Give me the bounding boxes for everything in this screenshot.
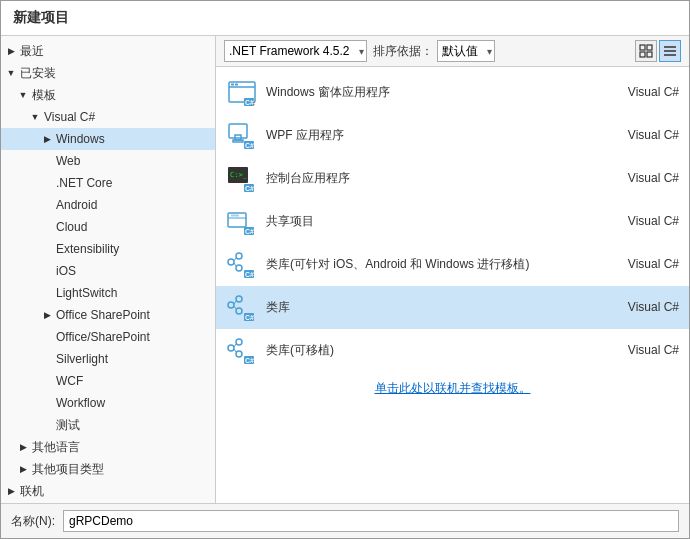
svg-text:C#: C# xyxy=(245,271,254,278)
dialog-title: 新建项目 xyxy=(1,1,689,36)
tree-item-online[interactable]: 联机 xyxy=(1,480,215,502)
tree-item-office-sharepoint2[interactable]: Office/SharePoint xyxy=(1,326,215,348)
right-panel: .NET Framework 4.5.2 .NET Framework 4.6 … xyxy=(216,36,689,503)
svg-text:C#: C# xyxy=(245,185,254,192)
template-lang-console-app: Visual C# xyxy=(599,171,679,185)
tree-item-net-core[interactable]: .NET Core xyxy=(1,172,215,194)
tree-label-templates: 模板 xyxy=(32,86,56,104)
tree-item-cloud[interactable]: Cloud xyxy=(1,216,215,238)
svg-text:C#: C# xyxy=(245,99,254,106)
template-item-windows-app[interactable]: C# C# Windows 窗体应用程序Visual C# xyxy=(216,71,689,114)
tree-arrow-visual-csharp xyxy=(29,111,41,123)
svg-text:C#: C# xyxy=(245,314,254,321)
project-name-input[interactable] xyxy=(63,510,679,532)
tree-label-other-languages: 其他语言 xyxy=(32,438,80,456)
new-project-dialog: 新建项目 最近已安装模板Visual C#WindowsWeb.NET Core… xyxy=(0,0,690,539)
svg-rect-10 xyxy=(235,84,238,86)
tree-label-visual-csharp: Visual C# xyxy=(44,108,95,126)
tree-label-other-types: 其他项目类型 xyxy=(32,460,104,478)
tree-label-wcf: WCF xyxy=(56,372,83,390)
tree-label-lightswitch: LightSwitch xyxy=(56,284,117,302)
tree-arrow-templates xyxy=(17,89,29,101)
view-buttons xyxy=(635,40,681,62)
template-name-portable-library2: 类库(可移植) xyxy=(266,342,599,359)
tree-label-android: Android xyxy=(56,196,97,214)
template-name-portable-library: 类库(可针对 iOS、Android 和 Windows 进行移植) xyxy=(266,256,599,273)
framework-dropdown[interactable]: .NET Framework 4.5.2 .NET Framework 4.6 … xyxy=(224,40,367,62)
grid-view-button[interactable] xyxy=(635,40,657,62)
tree-item-templates[interactable]: 模板 xyxy=(1,84,215,106)
tree-item-extensibility[interactable]: Extensibility xyxy=(1,238,215,260)
tree-item-test[interactable]: 测试 xyxy=(1,414,215,436)
template-item-wpf-app[interactable]: C# WPF 应用程序Visual C# xyxy=(216,114,689,157)
tree-item-other-languages[interactable]: 其他语言 xyxy=(1,436,215,458)
tree-label-test: 测试 xyxy=(56,416,80,434)
grid-icon xyxy=(639,44,653,58)
svg-point-30 xyxy=(236,265,242,271)
svg-text:C:>_: C:>_ xyxy=(230,171,248,179)
tree-item-ios[interactable]: iOS xyxy=(1,260,215,282)
template-name-windows-app: Windows 窗体应用程序 xyxy=(266,84,599,101)
template-item-portable-library2[interactable]: C# 类库(可移植)Visual C# xyxy=(216,329,689,372)
tree-item-web[interactable]: Web xyxy=(1,150,215,172)
svg-rect-2 xyxy=(640,52,645,57)
tree-item-android[interactable]: Android xyxy=(1,194,215,216)
svg-line-38 xyxy=(234,301,236,304)
svg-text:C#: C# xyxy=(245,142,254,149)
list-icon xyxy=(663,44,677,58)
tree-item-visual-csharp[interactable]: Visual C# xyxy=(1,106,215,128)
svg-rect-9 xyxy=(231,84,234,86)
template-lang-windows-app: Visual C# xyxy=(599,85,679,99)
tree-item-installed[interactable]: 已安装 xyxy=(1,62,215,84)
template-icon-shared-project: C# xyxy=(226,205,258,237)
template-icon-class-library: C# xyxy=(226,291,258,323)
tree-label-cloud: Cloud xyxy=(56,218,87,236)
tree-item-workflow[interactable]: Workflow xyxy=(1,392,215,414)
tree-item-recent[interactable]: 最近 xyxy=(1,40,215,62)
list-view-button[interactable] xyxy=(659,40,681,62)
framework-group: .NET Framework 4.5.2 .NET Framework 4.6 … xyxy=(224,40,367,62)
find-templates-link[interactable]: 单击此处以联机并查找模板。 xyxy=(216,372,689,405)
svg-line-32 xyxy=(234,263,236,266)
tree-item-wcf[interactable]: WCF xyxy=(1,370,215,392)
tree-label-office-sharepoint2: Office/SharePoint xyxy=(56,328,150,346)
tree-label-ios: iOS xyxy=(56,262,76,280)
template-lang-wpf-app: Visual C# xyxy=(599,128,679,142)
svg-line-31 xyxy=(234,258,236,261)
tree-item-other-types[interactable]: 其他项目类型 xyxy=(1,458,215,480)
svg-point-37 xyxy=(236,308,242,314)
template-lang-portable-library: Visual C# xyxy=(599,257,679,271)
tree-label-web: Web xyxy=(56,152,80,170)
tree-item-silverlight[interactable]: Silverlight xyxy=(1,348,215,370)
tree-label-silverlight: Silverlight xyxy=(56,350,108,368)
tree-arrow-recent xyxy=(5,45,17,57)
tree-item-windows[interactable]: Windows xyxy=(1,128,215,150)
svg-rect-14 xyxy=(229,124,247,138)
tree-item-office-sharepoint[interactable]: Office SharePoint xyxy=(1,304,215,326)
template-icon-wpf-app: C# xyxy=(226,119,258,151)
tree-arrow-windows xyxy=(41,133,53,145)
svg-rect-0 xyxy=(640,45,645,50)
tree-arrow-online xyxy=(5,485,17,497)
template-item-class-library[interactable]: C# 类库Visual C# xyxy=(216,286,689,329)
name-label: 名称(N): xyxy=(11,513,55,530)
template-item-shared-project[interactable]: C# 共享项目Visual C# xyxy=(216,200,689,243)
template-list: C# C# Windows 窗体应用程序Visual C# C# WPF 应用程… xyxy=(216,67,689,503)
toolbar: .NET Framework 4.5.2 .NET Framework 4.6 … xyxy=(216,36,689,67)
svg-point-43 xyxy=(236,339,242,345)
template-name-console-app: 控制台应用程序 xyxy=(266,170,599,187)
template-lang-portable-library2: Visual C# xyxy=(599,343,679,357)
tree-arrow-other-types xyxy=(17,463,29,475)
template-item-portable-library[interactable]: C# 类库(可针对 iOS、Android 和 Windows 进行移植)Vis… xyxy=(216,243,689,286)
template-item-console-app[interactable]: C:>_ C# 控制台应用程序Visual C# xyxy=(216,157,689,200)
svg-rect-25 xyxy=(231,215,239,217)
bottom-panel: 名称(N): xyxy=(1,503,689,538)
tree-label-recent: 最近 xyxy=(20,42,44,60)
svg-rect-1 xyxy=(647,45,652,50)
sort-dropdown[interactable]: 默认值 名称 类型 日期 xyxy=(437,40,495,62)
svg-text:C#: C# xyxy=(245,357,254,364)
left-panel: 最近已安装模板Visual C#WindowsWeb.NET CoreAndro… xyxy=(1,36,216,503)
svg-point-29 xyxy=(236,253,242,259)
svg-rect-16 xyxy=(233,140,243,142)
tree-item-lightswitch[interactable]: LightSwitch xyxy=(1,282,215,304)
